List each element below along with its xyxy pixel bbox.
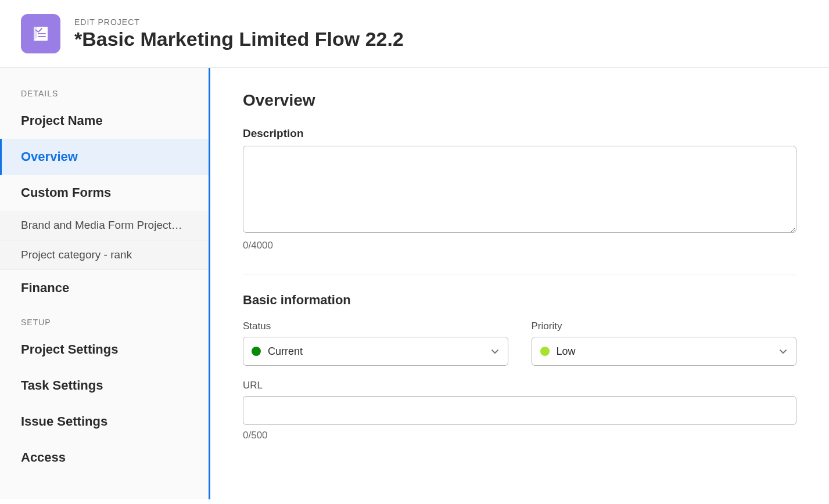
sidebar-subitem-project-category[interactable]: Project category - rank [0,240,209,270]
sidebar-item-access[interactable]: Access [0,440,209,476]
header: EDIT PROJECT *Basic Marketing Limited Fl… [0,0,829,68]
sidebar-item-project-name[interactable]: Project Name [0,103,209,139]
description-input[interactable] [243,146,796,233]
priority-dot-icon [540,347,550,356]
sidebar: DETAILS Project Name Overview Custom For… [0,68,210,499]
priority-select[interactable]: Low [532,337,797,366]
sidebar-section-details: DETAILS [0,84,209,103]
sidebar-item-finance[interactable]: Finance [0,270,209,306]
sidebar-item-overview[interactable]: Overview [0,139,209,175]
overview-heading: Overview [243,91,796,110]
priority-label: Priority [532,321,797,332]
breadcrumb: EDIT PROJECT [74,17,404,27]
status-label: Status [243,321,508,332]
sidebar-item-project-settings[interactable]: Project Settings [0,332,209,368]
url-counter: 0/500 [243,430,796,441]
description-label: Description [243,127,796,140]
sidebar-section-setup: SETUP [0,313,209,332]
chevron-down-icon [778,347,788,356]
page-title: *Basic Marketing Limited Flow 22.2 [74,28,404,51]
url-label: URL [243,380,796,391]
description-counter: 0/4000 [243,240,796,251]
project-icon [21,14,60,53]
sidebar-item-issue-settings[interactable]: Issue Settings [0,404,209,440]
status-select[interactable]: Current [243,337,508,366]
divider [243,275,796,275]
status-dot-icon [252,347,261,356]
url-input[interactable] [243,396,796,425]
chevron-down-icon [490,347,500,356]
basic-info-heading: Basic information [243,293,796,308]
sidebar-subitem-brand-media[interactable]: Brand and Media Form Project… [0,211,209,240]
sidebar-item-task-settings[interactable]: Task Settings [0,368,209,404]
sidebar-item-custom-forms[interactable]: Custom Forms [0,175,209,211]
main-content: Overview Description 0/4000 Basic inform… [210,68,829,499]
status-value: Current [268,345,490,358]
priority-value: Low [557,345,779,358]
